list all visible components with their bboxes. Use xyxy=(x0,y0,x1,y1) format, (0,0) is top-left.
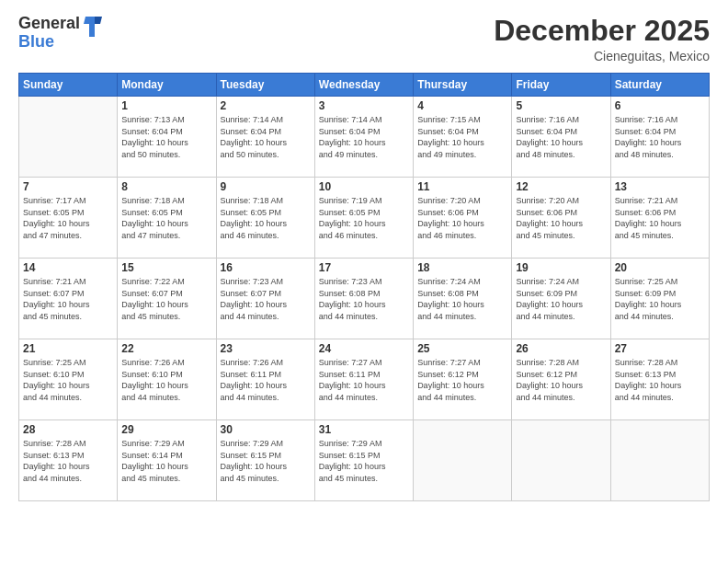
day-number: 7 xyxy=(23,180,113,193)
day-number: 26 xyxy=(516,342,606,355)
calendar-cell: 3Sunrise: 7:14 AM Sunset: 6:04 PM Daylig… xyxy=(314,97,413,178)
calendar-cell: 16Sunrise: 7:23 AM Sunset: 6:07 PM Dayli… xyxy=(216,259,314,339)
day-info: Sunrise: 7:16 AM Sunset: 6:04 PM Dayligh… xyxy=(615,114,705,160)
day-info: Sunrise: 7:18 AM Sunset: 6:05 PM Dayligh… xyxy=(221,195,311,241)
day-number: 8 xyxy=(121,180,211,193)
day-info: Sunrise: 7:20 AM Sunset: 6:06 PM Dayligh… xyxy=(417,195,507,241)
calendar-cell: 31Sunrise: 7:29 AM Sunset: 6:15 PM Dayli… xyxy=(314,420,413,501)
day-info: Sunrise: 7:16 AM Sunset: 6:04 PM Dayligh… xyxy=(516,114,606,160)
svg-marker-1 xyxy=(95,17,102,24)
day-number: 24 xyxy=(319,342,409,355)
day-number: 27 xyxy=(615,342,705,355)
day-number: 25 xyxy=(417,342,507,355)
header-saturday: Saturday xyxy=(610,74,709,97)
logo-general: General xyxy=(18,15,80,33)
logo-text: General Blue xyxy=(18,15,80,52)
header-sunday: Sunday xyxy=(19,74,118,97)
header-wednesday: Wednesday xyxy=(314,74,413,97)
calendar-header-row: Sunday Monday Tuesday Wednesday Thursday… xyxy=(19,74,710,97)
day-info: Sunrise: 7:24 AM Sunset: 6:09 PM Dayligh… xyxy=(516,276,606,322)
calendar-cell: 8Sunrise: 7:18 AM Sunset: 6:05 PM Daylig… xyxy=(118,178,216,259)
day-info: Sunrise: 7:29 AM Sunset: 6:15 PM Dayligh… xyxy=(319,438,409,484)
calendar-cell: 13Sunrise: 7:21 AM Sunset: 6:06 PM Dayli… xyxy=(610,178,709,259)
day-number: 2 xyxy=(221,99,311,112)
day-number: 16 xyxy=(221,261,311,274)
header: General Blue December 2025 Cieneguitas, … xyxy=(18,15,710,63)
calendar-cell: 20Sunrise: 7:25 AM Sunset: 6:09 PM Dayli… xyxy=(610,259,709,339)
calendar-week-row-0: 1Sunrise: 7:13 AM Sunset: 6:04 PM Daylig… xyxy=(19,97,710,178)
calendar-cell: 26Sunrise: 7:28 AM Sunset: 6:12 PM Dayli… xyxy=(512,339,610,420)
calendar-table: Sunday Monday Tuesday Wednesday Thursday… xyxy=(18,73,710,501)
day-number: 14 xyxy=(23,261,113,274)
calendar-page: General Blue December 2025 Cieneguitas, … xyxy=(0,0,728,563)
calendar-week-row-4: 28Sunrise: 7:28 AM Sunset: 6:13 PM Dayli… xyxy=(19,420,710,501)
day-info: Sunrise: 7:27 AM Sunset: 6:11 PM Dayligh… xyxy=(319,357,409,403)
day-info: Sunrise: 7:23 AM Sunset: 6:07 PM Dayligh… xyxy=(221,276,311,322)
logo-blue: Blue xyxy=(18,33,80,52)
day-info: Sunrise: 7:19 AM Sunset: 6:05 PM Dayligh… xyxy=(319,195,409,241)
day-info: Sunrise: 7:18 AM Sunset: 6:05 PM Dayligh… xyxy=(121,195,211,241)
header-friday: Friday xyxy=(512,74,610,97)
day-info: Sunrise: 7:26 AM Sunset: 6:10 PM Dayligh… xyxy=(121,357,211,403)
day-info: Sunrise: 7:28 AM Sunset: 6:13 PM Dayligh… xyxy=(23,438,113,484)
day-info: Sunrise: 7:25 AM Sunset: 6:09 PM Dayligh… xyxy=(615,276,705,322)
calendar-cell: 15Sunrise: 7:22 AM Sunset: 6:07 PM Dayli… xyxy=(118,259,216,339)
day-number: 21 xyxy=(23,342,113,355)
calendar-cell: 22Sunrise: 7:26 AM Sunset: 6:10 PM Dayli… xyxy=(118,339,216,420)
calendar-cell: 21Sunrise: 7:25 AM Sunset: 6:10 PM Dayli… xyxy=(19,339,118,420)
calendar-cell: 2Sunrise: 7:14 AM Sunset: 6:04 PM Daylig… xyxy=(216,97,314,178)
day-number: 29 xyxy=(121,423,211,436)
location-subtitle: Cieneguitas, Mexico xyxy=(494,49,710,63)
calendar-week-row-2: 14Sunrise: 7:21 AM Sunset: 6:07 PM Dayli… xyxy=(19,259,710,339)
day-info: Sunrise: 7:21 AM Sunset: 6:07 PM Dayligh… xyxy=(23,276,113,322)
day-info: Sunrise: 7:17 AM Sunset: 6:05 PM Dayligh… xyxy=(23,195,113,241)
day-info: Sunrise: 7:14 AM Sunset: 6:04 PM Dayligh… xyxy=(221,114,311,160)
calendar-cell: 9Sunrise: 7:18 AM Sunset: 6:05 PM Daylig… xyxy=(216,178,314,259)
day-info: Sunrise: 7:27 AM Sunset: 6:12 PM Dayligh… xyxy=(417,357,507,403)
calendar-cell: 10Sunrise: 7:19 AM Sunset: 6:05 PM Dayli… xyxy=(314,178,413,259)
day-info: Sunrise: 7:29 AM Sunset: 6:15 PM Dayligh… xyxy=(221,438,311,484)
calendar-cell xyxy=(19,97,118,178)
calendar-cell: 11Sunrise: 7:20 AM Sunset: 6:06 PM Dayli… xyxy=(414,178,512,259)
day-number: 15 xyxy=(121,261,211,274)
day-number: 11 xyxy=(417,180,507,193)
day-number: 6 xyxy=(615,99,705,112)
day-number: 18 xyxy=(417,261,507,274)
calendar-cell: 25Sunrise: 7:27 AM Sunset: 6:12 PM Dayli… xyxy=(414,339,512,420)
calendar-cell: 1Sunrise: 7:13 AM Sunset: 6:04 PM Daylig… xyxy=(118,97,216,178)
day-number: 1 xyxy=(121,99,211,112)
calendar-cell: 27Sunrise: 7:28 AM Sunset: 6:13 PM Dayli… xyxy=(610,339,709,420)
calendar-cell: 29Sunrise: 7:29 AM Sunset: 6:14 PM Dayli… xyxy=(118,420,216,501)
calendar-cell: 19Sunrise: 7:24 AM Sunset: 6:09 PM Dayli… xyxy=(512,259,610,339)
calendar-cell: 6Sunrise: 7:16 AM Sunset: 6:04 PM Daylig… xyxy=(610,97,709,178)
day-number: 9 xyxy=(221,180,311,193)
day-info: Sunrise: 7:25 AM Sunset: 6:10 PM Dayligh… xyxy=(23,357,113,403)
calendar-cell xyxy=(512,420,610,501)
calendar-cell: 12Sunrise: 7:20 AM Sunset: 6:06 PM Dayli… xyxy=(512,178,610,259)
day-number: 28 xyxy=(23,423,113,436)
header-monday: Monday xyxy=(118,74,216,97)
day-info: Sunrise: 7:20 AM Sunset: 6:06 PM Dayligh… xyxy=(516,195,606,241)
calendar-cell: 4Sunrise: 7:15 AM Sunset: 6:04 PM Daylig… xyxy=(414,97,512,178)
day-number: 31 xyxy=(319,423,409,436)
day-number: 10 xyxy=(319,180,409,193)
day-number: 3 xyxy=(319,99,409,112)
day-number: 22 xyxy=(121,342,211,355)
calendar-cell: 18Sunrise: 7:24 AM Sunset: 6:08 PM Dayli… xyxy=(414,259,512,339)
day-number: 13 xyxy=(615,180,705,193)
day-info: Sunrise: 7:14 AM Sunset: 6:04 PM Dayligh… xyxy=(319,114,409,160)
day-info: Sunrise: 7:26 AM Sunset: 6:11 PM Dayligh… xyxy=(221,357,311,403)
calendar-cell: 28Sunrise: 7:28 AM Sunset: 6:13 PM Dayli… xyxy=(19,420,118,501)
day-number: 17 xyxy=(319,261,409,274)
calendar-cell: 23Sunrise: 7:26 AM Sunset: 6:11 PM Dayli… xyxy=(216,339,314,420)
title-block: December 2025 Cieneguitas, Mexico xyxy=(494,15,710,63)
header-tuesday: Tuesday xyxy=(216,74,314,97)
calendar-week-row-1: 7Sunrise: 7:17 AM Sunset: 6:05 PM Daylig… xyxy=(19,178,710,259)
day-info: Sunrise: 7:13 AM Sunset: 6:04 PM Dayligh… xyxy=(121,114,211,160)
day-info: Sunrise: 7:24 AM Sunset: 6:08 PM Dayligh… xyxy=(417,276,507,322)
calendar-cell: 14Sunrise: 7:21 AM Sunset: 6:07 PM Dayli… xyxy=(19,259,118,339)
day-info: Sunrise: 7:28 AM Sunset: 6:13 PM Dayligh… xyxy=(615,357,705,403)
logo: General Blue xyxy=(18,15,102,52)
calendar-cell: 30Sunrise: 7:29 AM Sunset: 6:15 PM Dayli… xyxy=(216,420,314,501)
day-number: 5 xyxy=(516,99,606,112)
